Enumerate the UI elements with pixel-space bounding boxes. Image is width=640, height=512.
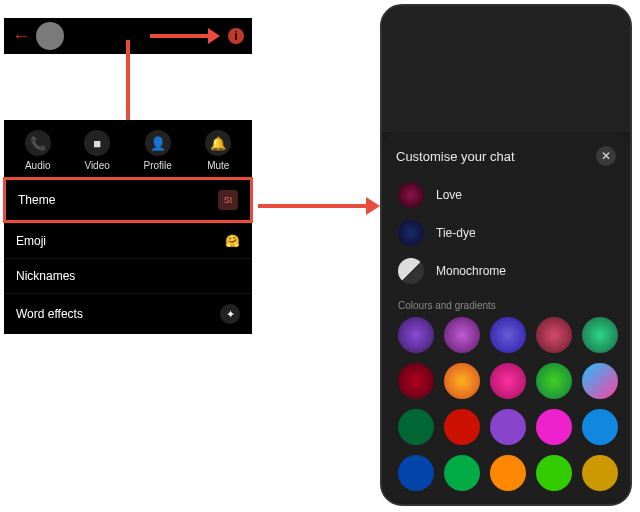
color-swatch[interactable] — [536, 317, 572, 353]
back-icon[interactable]: ← — [12, 26, 30, 47]
sheet-title: Customise your chat — [396, 149, 515, 164]
action-label: Video — [84, 160, 109, 171]
annotation-arrow — [150, 34, 210, 38]
color-swatch[interactable] — [444, 317, 480, 353]
avatar[interactable] — [36, 22, 64, 50]
color-swatch[interactable] — [444, 409, 480, 445]
theme-label: Monochrome — [436, 264, 506, 278]
phone-top-spacer — [382, 6, 630, 132]
theme-badge: St — [218, 190, 238, 210]
theme-swatch — [398, 258, 424, 284]
color-swatch[interactable] — [398, 409, 434, 445]
theme-swatch — [398, 182, 424, 208]
theme-label: Love — [436, 188, 462, 202]
color-swatch[interactable] — [444, 363, 480, 399]
option-word-effects[interactable]: Word effects ✦ — [4, 293, 252, 334]
option-label: Theme — [18, 193, 55, 207]
theme-swatch — [398, 220, 424, 246]
color-swatch[interactable] — [490, 455, 526, 491]
option-nicknames[interactable]: Nicknames — [4, 258, 252, 293]
video-icon: ■ — [84, 130, 110, 156]
color-swatch[interactable] — [536, 363, 572, 399]
customise-sheet: Customise your chat ✕ LoveTie-dyeMonochr… — [382, 132, 630, 499]
color-swatch[interactable] — [398, 455, 434, 491]
sparkle-icon: ✦ — [220, 304, 240, 324]
option-theme[interactable]: Theme St — [3, 177, 253, 223]
theme-option[interactable]: Love — [396, 176, 616, 214]
audio-icon: 📞 — [25, 130, 51, 156]
action-profile[interactable]: 👤Profile — [144, 130, 172, 171]
info-icon[interactable]: i — [228, 28, 244, 44]
action-label: Profile — [144, 160, 172, 171]
option-label: Emoji — [16, 234, 46, 248]
close-icon[interactable]: ✕ — [596, 146, 616, 166]
color-swatch[interactable] — [398, 317, 434, 353]
emoji-icon: 🤗 — [225, 234, 240, 248]
phone-frame: Customise your chat ✕ LoveTie-dyeMonochr… — [380, 4, 632, 506]
mute-icon: 🔔 — [205, 130, 231, 156]
theme-option[interactable]: Monochrome — [396, 252, 616, 290]
color-swatch[interactable] — [398, 363, 434, 399]
action-label: Audio — [25, 160, 51, 171]
option-emoji[interactable]: Emoji 🤗 — [4, 223, 252, 258]
color-swatch[interactable] — [582, 363, 618, 399]
action-video[interactable]: ■Video — [84, 130, 110, 171]
color-swatch[interactable] — [490, 409, 526, 445]
color-swatch[interactable] — [582, 409, 618, 445]
annotation-arrow — [258, 204, 368, 208]
color-swatch[interactable] — [490, 363, 526, 399]
option-label: Word effects — [16, 307, 83, 321]
action-mute[interactable]: 🔔Mute — [205, 130, 231, 171]
action-label: Mute — [207, 160, 229, 171]
color-swatch[interactable] — [444, 455, 480, 491]
option-label: Nicknames — [16, 269, 75, 283]
color-swatch[interactable] — [490, 317, 526, 353]
action-audio[interactable]: 📞Audio — [25, 130, 51, 171]
theme-option[interactable]: Tie-dye — [396, 214, 616, 252]
color-swatch[interactable] — [536, 455, 572, 491]
color-swatch[interactable] — [536, 409, 572, 445]
color-swatch[interactable] — [582, 455, 618, 491]
chat-settings-panel: 📞Audio■Video👤Profile🔔Mute Theme St Emoji… — [4, 120, 252, 334]
profile-icon: 👤 — [145, 130, 171, 156]
color-swatch[interactable] — [582, 317, 618, 353]
theme-label: Tie-dye — [436, 226, 476, 240]
section-caption: Colours and gradients — [398, 300, 614, 311]
